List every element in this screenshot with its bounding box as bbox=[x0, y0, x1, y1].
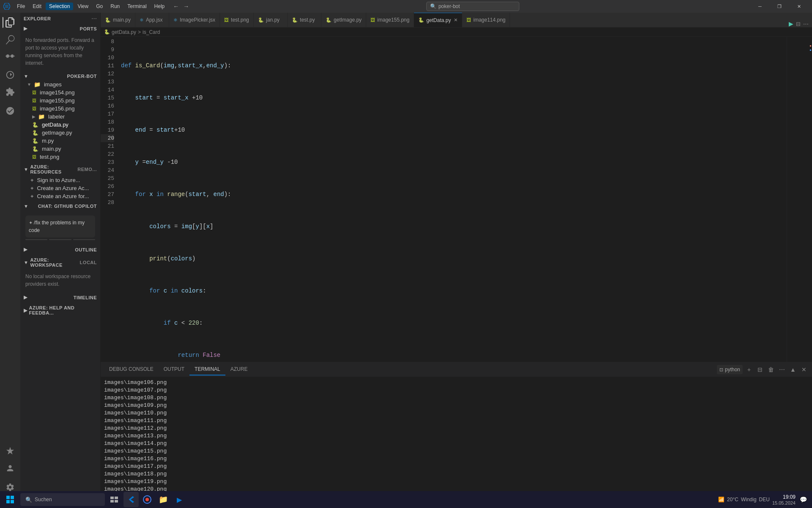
taskbar-fileexplorer-icon[interactable]: 📁 bbox=[156, 492, 171, 507]
tab-jan-py[interactable]: 🐍 jan.py bbox=[254, 13, 288, 27]
tab-test-py[interactable]: 🐍 test.py bbox=[288, 13, 321, 27]
taskbar-vscode-icon[interactable] bbox=[123, 492, 139, 507]
tab-getimage-py-label: getImage.py bbox=[334, 17, 362, 23]
svg-rect-5 bbox=[115, 497, 118, 499]
image155-item[interactable]: 🖼 image155.png bbox=[20, 97, 100, 105]
image156-item[interactable]: 🖼 image156.png bbox=[20, 105, 100, 113]
panel-split-icon[interactable]: ⊟ bbox=[755, 365, 765, 374]
poker-bot-section-header[interactable]: ▼ POKER-BOT bbox=[20, 70, 100, 80]
explorer-title: EXPLORER bbox=[24, 16, 51, 21]
sign-in-azure-item[interactable]: + Sign in to Azure... bbox=[20, 176, 100, 184]
tab-image114-png[interactable]: 🖼 image114.png bbox=[462, 13, 510, 27]
panel-tab-debug[interactable]: DEBUG CONSOLE bbox=[104, 364, 159, 375]
explorer-more-icon[interactable]: ⋯ bbox=[91, 15, 97, 22]
more-editor-icon[interactable]: ⋯ bbox=[803, 21, 809, 27]
code-line-11: y =end_y -10 bbox=[118, 158, 787, 166]
azure-workspace-header[interactable]: ▼ AZURE: WORKSPACE Local bbox=[20, 254, 100, 269]
code-line-13: colors = img[y][x] bbox=[118, 223, 787, 231]
minimize-button[interactable]: ─ bbox=[750, 0, 770, 13]
taskbar-terminal-icon[interactable]: ▶ bbox=[172, 492, 187, 507]
menu-help[interactable]: Help bbox=[151, 3, 168, 10]
search-activity-icon[interactable] bbox=[3, 32, 18, 47]
taskbar-chrome-icon[interactable] bbox=[140, 492, 155, 507]
taskbar-search[interactable]: 🔍 Suchen bbox=[20, 493, 105, 506]
breadcrumb-file[interactable]: getData.py bbox=[112, 29, 136, 35]
azure-help-section-header[interactable]: ▶ AZURE: HELP AND FEEDBA... bbox=[20, 302, 100, 317]
menu-edit[interactable]: Edit bbox=[29, 3, 45, 10]
panel-tab-azure[interactable]: AZURE bbox=[225, 364, 253, 375]
image154-item[interactable]: 🖼 image154.png bbox=[20, 88, 100, 97]
main-item[interactable]: 🐍 main.py bbox=[20, 145, 100, 153]
start-button[interactable] bbox=[2, 492, 19, 507]
svg-rect-3 bbox=[11, 500, 14, 503]
close-button[interactable]: ✕ bbox=[789, 0, 809, 13]
extensions-activity-icon[interactable] bbox=[3, 84, 18, 99]
panel-trash-icon[interactable]: 🗑 bbox=[766, 365, 776, 374]
account-activity-icon[interactable] bbox=[3, 461, 18, 476]
timeline-section-header[interactable]: ▶ TIMELINE bbox=[20, 291, 100, 302]
terminal-label-badge[interactable]: ⊡ python bbox=[717, 365, 743, 374]
menu-selection[interactable]: Selection bbox=[46, 3, 73, 10]
source-control-activity-icon[interactable] bbox=[3, 50, 18, 65]
panel-more-icon[interactable]: ⋯ bbox=[777, 365, 787, 374]
taskbar-clock[interactable]: 19:09 15.05.2024 bbox=[772, 494, 796, 505]
panel-close-icon[interactable]: ✕ bbox=[799, 365, 809, 374]
tab-getimage-py[interactable]: 🐍 getImage.py bbox=[321, 13, 366, 27]
menu-run[interactable]: Run bbox=[107, 3, 123, 10]
taskbar-taskview[interactable] bbox=[107, 492, 122, 507]
terminal-line-1: images\image106.png bbox=[104, 379, 809, 387]
network-icon: 📶 bbox=[718, 497, 724, 502]
copilot-activity-icon[interactable] bbox=[3, 443, 18, 458]
nav-back[interactable]: ← bbox=[171, 2, 181, 11]
menu-terminal[interactable]: Terminal bbox=[124, 3, 150, 10]
panel-tab-output[interactable]: OUTPUT bbox=[159, 364, 189, 375]
m-item[interactable]: 🐍 m.py bbox=[20, 137, 100, 145]
explorer-activity-icon[interactable] bbox=[3, 15, 18, 30]
code-editor[interactable]: 8 9 10 11 12 13 14 15 16 17 18 19 20 21 … bbox=[101, 37, 812, 362]
panel-tabs: DEBUG CONSOLE OUTPUT TERMINAL AZURE ⊡ py… bbox=[101, 362, 812, 377]
tab-getdata-py[interactable]: 🐍 getData.py ✕ bbox=[414, 13, 462, 27]
getimage-item[interactable]: 🐍 getImage.py bbox=[20, 129, 100, 137]
tab-image155-png[interactable]: 🖼 image155.png bbox=[366, 13, 414, 27]
code-content[interactable]: def is_Card(img,start_x,end_y): start = … bbox=[118, 37, 787, 362]
menu-file[interactable]: File bbox=[14, 3, 28, 10]
plus-icon-2: + bbox=[30, 185, 34, 191]
svg-marker-8 bbox=[129, 496, 134, 503]
run-activity-icon[interactable] bbox=[3, 67, 18, 82]
sidebar: EXPLORER ⋯ ▶ PORTS No forwarded ports. F… bbox=[20, 13, 101, 497]
azure-resources-header[interactable]: ▼ AZURE: RESOURCES Remo... bbox=[20, 161, 100, 176]
copilot-message-text: /fix the problems in my code bbox=[29, 220, 85, 233]
folder-images-item[interactable]: ▼ 📁 images bbox=[20, 80, 100, 88]
run-editor-icon[interactable]: ▶ bbox=[789, 20, 793, 27]
getdata-item[interactable]: 🐍 getData.py bbox=[20, 121, 100, 129]
notification-icon[interactable]: 💬 bbox=[800, 496, 807, 503]
split-editor-icon[interactable]: ⊟ bbox=[796, 21, 801, 27]
tab-getdata-close-icon[interactable]: ✕ bbox=[454, 17, 458, 23]
remote-activity-icon[interactable] bbox=[3, 103, 18, 119]
tab-test-png[interactable]: 🖼 test.png bbox=[220, 13, 254, 27]
lang-indicator[interactable]: DEU bbox=[759, 497, 770, 502]
tab-app-jsx[interactable]: ⚛ App.jsx bbox=[135, 13, 169, 27]
tab-main-py[interactable]: 🐍 main.py bbox=[101, 13, 135, 27]
menu-view[interactable]: View bbox=[74, 3, 92, 10]
terminal-content[interactable]: images\image106.png images\image107.png … bbox=[101, 377, 812, 497]
outline-section-header[interactable]: ▶ OUTLINE bbox=[20, 243, 100, 254]
menu-go[interactable]: Go bbox=[93, 3, 106, 10]
panel-tab-terminal[interactable]: TERMINAL bbox=[189, 364, 225, 375]
labeler-item[interactable]: ▶ 📁 labeler bbox=[20, 113, 100, 121]
nav-forward[interactable]: → bbox=[181, 2, 191, 11]
copilot-chat-header[interactable]: ▼ CHAT: GITHUB COPILOT bbox=[20, 200, 100, 210]
py-icon-3: 🐍 bbox=[32, 146, 38, 152]
terminal-line-2: images\image107.png bbox=[104, 387, 809, 394]
create-azure-acc-item[interactable]: + Create an Azure Ac... bbox=[20, 184, 100, 192]
testpng-item[interactable]: 🖼 test.png bbox=[20, 153, 100, 161]
ports-section-header[interactable]: ▶ PORTS bbox=[20, 22, 100, 33]
breadcrumb-symbol[interactable]: is_Card bbox=[143, 29, 160, 35]
search-box[interactable]: 🔍 poker-bot bbox=[426, 2, 519, 11]
restore-button[interactable]: ❐ bbox=[770, 0, 789, 13]
tab-imagepicker-jsx[interactable]: ⚛ ImagePicker.jsx bbox=[169, 13, 220, 27]
create-azure-for-item[interactable]: + Create an Azure for... bbox=[20, 192, 100, 200]
panel-maximize-icon[interactable]: ▲ bbox=[788, 365, 798, 374]
bottom-panel: DEBUG CONSOLE OUTPUT TERMINAL AZURE ⊡ py… bbox=[101, 362, 812, 497]
panel-add-icon[interactable]: + bbox=[744, 365, 754, 374]
